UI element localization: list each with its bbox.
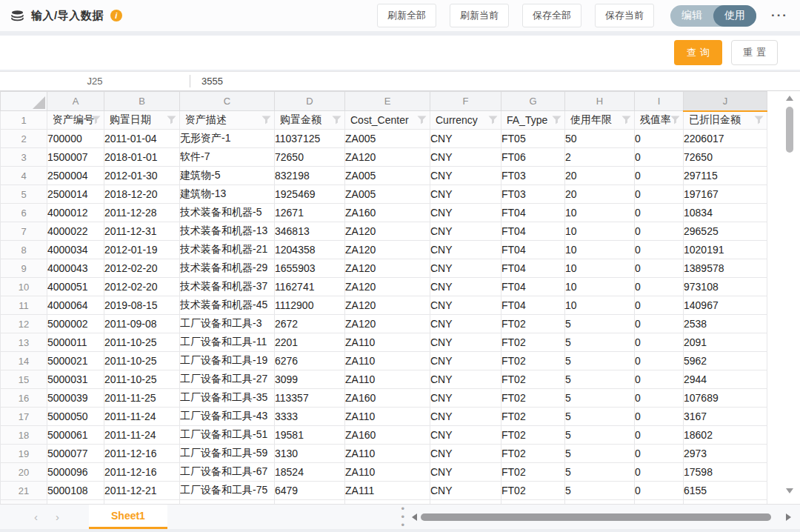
row-number-13[interactable]: 13: [1, 333, 47, 352]
cell-J5[interactable]: 197167: [684, 185, 767, 204]
sheet-nav-next-icon[interactable]: ›: [47, 511, 68, 523]
cell-F19[interactable]: CNY: [430, 445, 501, 463]
cell-I8[interactable]: 0: [635, 241, 684, 259]
cell-J21[interactable]: 6155: [684, 482, 767, 500]
cell-J19[interactable]: 2973: [684, 445, 767, 463]
cell-A22[interactable]: 5000114: [47, 500, 104, 505]
cell-D22[interactable]: 14791: [275, 500, 345, 505]
cell-I4[interactable]: 0: [635, 167, 684, 185]
cell-I20[interactable]: 0: [635, 463, 684, 482]
cell-E8[interactable]: ZA120: [345, 241, 430, 259]
cell-B6[interactable]: 2011-12-28: [104, 204, 180, 222]
cell-E20[interactable]: ZA110: [345, 463, 430, 482]
cell-I9[interactable]: 0: [635, 259, 684, 278]
cell-I3[interactable]: 0: [635, 148, 684, 167]
cell-E9[interactable]: ZA120: [345, 259, 430, 278]
cell-J3[interactable]: 72650: [684, 148, 767, 167]
cell-A10[interactable]: 4000051: [47, 278, 104, 296]
cell-A6[interactable]: 4000012: [47, 204, 104, 222]
refresh-current-button[interactable]: 刷新当前: [450, 4, 509, 27]
row-number-14[interactable]: 14: [1, 352, 47, 370]
cell-A18[interactable]: 5000061: [47, 426, 104, 445]
cell-H18[interactable]: 5: [565, 426, 635, 445]
cell-F2[interactable]: CNY: [430, 130, 501, 148]
cell-C5[interactable]: 建筑物-13: [180, 185, 275, 204]
cell-E22[interactable]: ZA111: [345, 500, 430, 505]
column-letter-J[interactable]: J: [684, 92, 767, 111]
cell-H10[interactable]: 10: [565, 278, 635, 296]
cell-B17[interactable]: 2011-11-24: [104, 408, 180, 426]
cell-E21[interactable]: ZA111: [345, 482, 430, 500]
column-letter-F[interactable]: F: [430, 92, 501, 111]
filter-funnel-icon[interactable]: [417, 116, 427, 124]
cell-G17[interactable]: FT02: [501, 408, 565, 426]
column-header-I[interactable]: 残值率: [635, 111, 684, 130]
sheet-nav-prev-icon[interactable]: ‹: [25, 511, 47, 523]
cell-G12[interactable]: FT02: [501, 315, 565, 333]
cell-B18[interactable]: 2011-11-24: [104, 426, 180, 445]
cell-D10[interactable]: 1162741: [275, 278, 345, 296]
cell-I5[interactable]: 0: [635, 185, 684, 204]
cell-H15[interactable]: 5: [565, 370, 635, 389]
cell-E6[interactable]: ZA160: [345, 204, 430, 222]
cell-G10[interactable]: FT04: [501, 278, 565, 296]
column-header-A[interactable]: 资产编号: [47, 111, 104, 130]
cell-G22[interactable]: FT02: [501, 500, 565, 505]
cell-H21[interactable]: 5: [565, 482, 635, 500]
row-number-22[interactable]: 22: [1, 500, 47, 505]
cell-G13[interactable]: FT02: [501, 333, 565, 352]
cell-G8[interactable]: FT04: [501, 241, 565, 259]
cell-I16[interactable]: 0: [635, 389, 684, 408]
cell-E7[interactable]: ZA120: [345, 222, 430, 241]
cell-A13[interactable]: 5000011: [47, 333, 104, 352]
cell-G21[interactable]: FT02: [501, 482, 565, 500]
cell-I14[interactable]: 0: [635, 352, 684, 370]
cell-A19[interactable]: 5000077: [47, 445, 104, 463]
cell-E15[interactable]: ZA110: [345, 370, 430, 389]
column-letter-H[interactable]: H: [565, 92, 635, 111]
cell-C22[interactable]: 工厂设备和工具-83: [180, 500, 275, 505]
select-all-corner-cell[interactable]: [1, 92, 47, 111]
cell-H3[interactable]: 2: [565, 148, 635, 167]
row-number-15[interactable]: 15: [1, 370, 47, 389]
cell-J4[interactable]: 297115: [684, 167, 767, 185]
cell-J8[interactable]: 1020191: [684, 241, 767, 259]
cell-B2[interactable]: 2011-01-04: [104, 130, 180, 148]
cell-C18[interactable]: 工厂设备和工具-51: [180, 426, 275, 445]
cell-F22[interactable]: CNY: [430, 500, 501, 505]
cell-D4[interactable]: 832198: [275, 167, 345, 185]
cell-I15[interactable]: 0: [635, 370, 684, 389]
cell-A4[interactable]: 2500004: [47, 167, 104, 185]
cell-H19[interactable]: 5: [565, 445, 635, 463]
vertical-scrollbar-thumb[interactable]: [786, 107, 793, 153]
column-header-B[interactable]: 购置日期: [104, 111, 180, 130]
cell-C12[interactable]: 工厂设备和工具-3: [180, 315, 275, 333]
column-header-J[interactable]: 已折旧金额: [684, 111, 767, 130]
toggle-edit[interactable]: 编辑: [670, 5, 713, 27]
reset-button[interactable]: 重置: [731, 40, 778, 65]
cell-J10[interactable]: 973108: [684, 278, 767, 296]
cell-G3[interactable]: FT06: [501, 148, 565, 167]
column-letter-E[interactable]: E: [345, 92, 430, 111]
row-number-10[interactable]: 10: [1, 278, 47, 296]
cell-D13[interactable]: 2201: [275, 333, 345, 352]
cell-B11[interactable]: 2019-08-15: [104, 296, 180, 315]
cell-A16[interactable]: 5000039: [47, 389, 104, 408]
cell-I18[interactable]: 0: [635, 426, 684, 445]
cell-F3[interactable]: CNY: [430, 148, 501, 167]
filter-funnel-icon[interactable]: [91, 116, 101, 124]
cell-D14[interactable]: 6276: [275, 352, 345, 370]
cell-C20[interactable]: 工厂设备和工具-67: [180, 463, 275, 482]
cell-H12[interactable]: 5: [565, 315, 635, 333]
cell-C11[interactable]: 技术装备和机器-45: [180, 296, 275, 315]
cell-G20[interactable]: FT02: [501, 463, 565, 482]
cell-F7[interactable]: CNY: [430, 222, 501, 241]
cell-J18[interactable]: 18602: [684, 426, 767, 445]
cell-F18[interactable]: CNY: [430, 426, 501, 445]
save-all-button[interactable]: 保存全部: [522, 4, 581, 27]
cell-I22[interactable]: 0: [635, 500, 684, 505]
cell-A20[interactable]: 5000096: [47, 463, 104, 482]
cell-C6[interactable]: 技术装备和机器-5: [180, 204, 275, 222]
cell-J22[interactable]: 14053: [684, 500, 767, 505]
filter-funnel-icon[interactable]: [488, 116, 498, 124]
